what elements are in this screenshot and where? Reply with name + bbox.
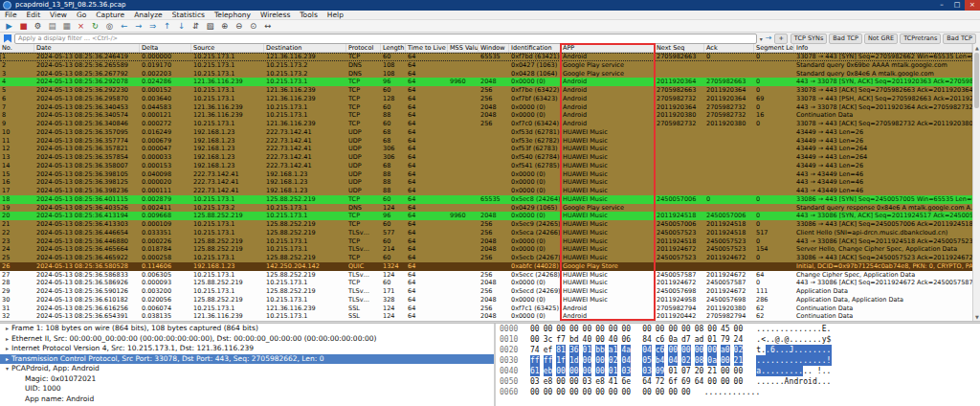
column-header-delta[interactable]: Delta	[140, 44, 191, 52]
column-header-app[interactable]: APP	[561, 44, 655, 52]
packet-row-4[interactable]: 42024-05-13 08:25:36.2920780.024286121.3…	[0, 78, 972, 86]
expander-icon[interactable]: ▸	[3, 334, 11, 345]
filter-apply-icon[interactable]: →	[766, 34, 772, 43]
minimize-button[interactable]: –	[934, 0, 949, 11]
hex-line[interactable]: 004061eb0000000001030309010720210000a...…	[496, 366, 980, 376]
expander-icon[interactable]: ▾	[3, 364, 11, 374]
autoscroll-icon[interactable]: ⇵	[189, 21, 202, 32]
hex-line[interactable]: 002074ef813601bba14a04c600000000a002t..6…	[496, 345, 980, 355]
packet-row-1[interactable]: 12024-05-13 08:25:36.2464190.00000010.21…	[0, 53, 972, 61]
column-header-ttl[interactable]: Time to Live	[406, 44, 448, 52]
filter-add-button[interactable]: +	[774, 34, 787, 44]
goto-packet-icon[interactable]: ⇒	[146, 21, 159, 32]
filter-bookmark-icon[interactable]	[4, 34, 11, 43]
scrollbar-thumb[interactable]	[974, 53, 979, 108]
packet-row-12[interactable]: 122024-05-13 08:25:36.3578210.000047192.…	[0, 145, 972, 153]
column-header-source[interactable]: Source	[191, 44, 264, 52]
packet-row-28[interactable]: 282024-05-13 08:25:36.5869260.000093125.…	[0, 279, 972, 287]
reload-file-icon[interactable]: ↻	[89, 21, 101, 32]
menu-help[interactable]: Help	[323, 11, 348, 20]
column-header-info[interactable]: Info	[794, 44, 972, 52]
detail-line[interactable]: Magic: 0x01072021	[0, 374, 494, 385]
expander-icon[interactable]: ▸	[3, 324, 11, 334]
packet-row-23[interactable]: 232024-05-13 08:25:36.4468800.000226125.…	[0, 237, 972, 246]
filter-button-tcp-syns-1[interactable]: TCP SYNs	[791, 34, 827, 44]
column-header-date[interactable]: Date	[34, 44, 140, 52]
colorize-icon[interactable]: ▧	[204, 21, 216, 32]
packet-row-21[interactable]: 212024-05-13 08:25:36.4133030.00010910.2…	[0, 220, 972, 229]
filter-button-tcpretrans-4[interactable]: TCPretrans	[900, 34, 941, 44]
column-header-seglen[interactable]: Segment Len	[754, 44, 794, 52]
packet-row-20[interactable]: 202024-05-13 08:25:36.4131940.009668125.…	[0, 212, 972, 220]
detail-line[interactable]: ▸Transmission Control Protocol, Src Port…	[0, 354, 494, 365]
packet-row-11[interactable]: 112024-05-13 08:25:36.3577740.000679192.…	[0, 137, 972, 146]
column-header-identification[interactable]: Identification	[509, 44, 561, 52]
zoom-out-icon[interactable]: ⊖	[233, 21, 245, 32]
detail-line[interactable]: ▸Ethernet II, Src: 00:00:00_00:00:00 (00…	[0, 334, 494, 345]
display-filter-input[interactable]	[14, 34, 757, 44]
filter-button-bad-tcp-2[interactable]: Bad TCP	[829, 34, 862, 44]
packet-row-27[interactable]: 272024-05-13 08:25:36.5868330.00630510.2…	[0, 271, 972, 280]
packet-row-5[interactable]: 52024-05-13 08:25:36.2922300.00015210.21…	[0, 86, 972, 95]
expander-icon[interactable]: ▸	[3, 354, 11, 365]
hex-line[interactable]: 0010003cf7bd4000400684c60ad7ad017924.<..…	[496, 334, 980, 345]
packet-row-19[interactable]: 192024-05-13 08:25:36.4035260.00241110.2…	[0, 204, 972, 213]
packet-row-26[interactable]: 262024-05-13 08:25:36.5805280.114606192.…	[0, 262, 972, 271]
column-header-window[interactable]: Window	[479, 44, 509, 52]
close-button[interactable]: ×	[965, 0, 980, 11]
maximize-button[interactable]: □	[949, 0, 965, 11]
packet-row-29[interactable]: 292024-05-13 08:25:36.5901260.00320010.2…	[0, 287, 972, 296]
packet-row-13[interactable]: 132024-05-13 08:25:36.3578540.000033192.…	[0, 153, 972, 162]
menu-telephony[interactable]: Telephony	[210, 11, 256, 20]
packet-row-32[interactable]: 322024-05-13 08:25:36.6543910.038135121.…	[0, 312, 972, 321]
hex-line[interactable]: 000000000000000000000000000008004500....…	[496, 324, 980, 334]
filter-button-bad-tcp-5[interactable]: Bad TCP	[943, 34, 976, 44]
column-header-mss[interactable]: MSS Valu	[448, 44, 479, 52]
menu-edit[interactable]: Edit	[22, 11, 46, 20]
packet-row-15[interactable]: 152024-05-13 08:25:36.3981050.040098222.…	[0, 170, 972, 179]
packet-row-9[interactable]: 92024-05-13 08:25:36.3408460.00027210.21…	[0, 120, 972, 128]
hex-line[interactable]: 0030ffff1f1d0000020405b40402080a0021....…	[496, 355, 980, 366]
packet-row-24[interactable]: 242024-05-13 08:25:36.4656640.018784125.…	[0, 245, 972, 254]
start-capture-icon[interactable]: ▶	[3, 21, 15, 32]
packet-row-30[interactable]: 302024-05-13 08:25:36.6101820.020056125.…	[0, 296, 972, 304]
close-capture-icon[interactable]: ×	[75, 21, 87, 32]
packet-row-6[interactable]: 62024-05-13 08:25:36.2958700.00364010.21…	[0, 95, 972, 103]
hex-line[interactable]: 005003e8000003e8416e64726f6964000000....…	[496, 376, 980, 387]
packet-row-3[interactable]: 32024-05-13 08:25:36.2677920.00220310.21…	[0, 70, 972, 79]
packet-row-22[interactable]: 222024-05-13 08:25:36.4466540.03335110.2…	[0, 229, 972, 237]
packet-row-7[interactable]: 72024-05-13 08:25:36.3404530.044583121.3…	[0, 103, 972, 112]
menu-tools[interactable]: Tools	[295, 11, 322, 20]
packet-row-31[interactable]: 312024-05-13 08:25:36.6162560.00607410.2…	[0, 304, 972, 313]
stop-capture-icon[interactable]: ■	[17, 21, 30, 32]
column-header-no[interactable]: No.	[0, 44, 34, 52]
save-file-icon[interactable]: ▦	[60, 21, 73, 32]
packet-row-25[interactable]: 252024-05-13 08:25:36.4659220.00025810.2…	[0, 254, 972, 262]
column-header-ack[interactable]: Ack	[704, 44, 754, 52]
menu-capture[interactable]: Capture	[91, 11, 129, 20]
detail-line[interactable]: ▾PCAPdroid, App: Android	[0, 364, 494, 374]
zoom-in-icon[interactable]: ⊕	[218, 21, 231, 32]
detail-line[interactable]: UID: 1000	[0, 384, 494, 395]
packet-row-16[interactable]: 162024-05-13 08:25:36.3981250.000020222.…	[0, 178, 972, 187]
packet-row-14[interactable]: 142024-05-13 08:25:36.3580070.000153192.…	[0, 162, 972, 170]
packet-row-10[interactable]: 102024-05-13 08:25:36.3570950.016249192.…	[0, 128, 972, 137]
find-packet-icon[interactable]: ◎	[103, 21, 116, 32]
open-file-icon[interactable]: ▤	[46, 21, 58, 32]
menu-view[interactable]: View	[45, 11, 72, 20]
scroll-up-icon[interactable]: ▲	[973, 44, 980, 52]
column-header-protocol[interactable]: Protocol	[346, 44, 381, 52]
detail-line[interactable]: ▸Frame 1: 108 bytes on wire (864 bits), …	[0, 324, 494, 334]
menu-wireless[interactable]: Wireless	[256, 11, 295, 20]
hex-line[interactable]: 0060000000000000000000000000............	[496, 387, 980, 397]
zoom-reset-icon[interactable]: ⊙	[247, 21, 259, 32]
menu-analyze[interactable]: Analyze	[129, 11, 167, 20]
detail-line[interactable]: App name: Android	[0, 395, 494, 405]
menu-statistics[interactable]: Statistics	[167, 11, 210, 20]
packet-row-18[interactable]: 182024-05-13 08:25:36.4011150.00287910.2…	[0, 195, 972, 204]
menu-file[interactable]: File	[0, 11, 22, 20]
back-icon[interactable]: ←	[118, 21, 130, 32]
last-packet-icon[interactable]: ↓	[175, 21, 188, 32]
column-header-length[interactable]: Length	[381, 44, 406, 52]
first-packet-icon[interactable]: ↑	[161, 21, 173, 32]
